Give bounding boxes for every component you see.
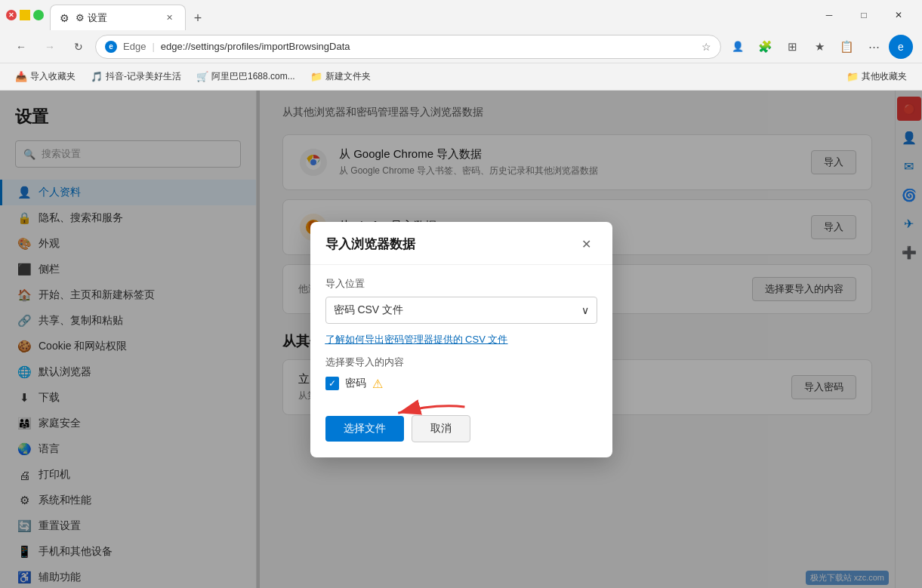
active-tab[interactable]: ⚙ ⚙ 设置 ✕ bbox=[50, 5, 186, 30]
addressbar: ← → ↻ e Edge | edge://settings/profiles/… bbox=[0, 30, 922, 63]
back-button[interactable]: ← bbox=[9, 35, 33, 59]
window-minimize-dot[interactable] bbox=[20, 10, 30, 20]
learn-link-underlined: 了解如何导出 bbox=[325, 334, 384, 345]
window-controls-left: ✕ bbox=[6, 10, 44, 20]
modal-footer: 选择文件 取消 bbox=[310, 415, 612, 457]
source-value: 密码 CSV 文件 bbox=[334, 303, 404, 317]
favorites-icon[interactable]: ★ bbox=[807, 35, 831, 59]
bookmark-import[interactable]: 📥 导入收藏夹 bbox=[9, 67, 82, 86]
bookmark-alibaba-label: 阿里巴巴1688.com... bbox=[211, 70, 295, 83]
bookmark-tiktok-icon: 🎵 bbox=[91, 71, 103, 82]
bookmarks-right: 📁 其他收藏夹 bbox=[840, 67, 913, 86]
address-separator: | bbox=[152, 41, 154, 52]
new-tab-button[interactable]: + bbox=[186, 6, 210, 30]
password-checkbox-label: 密码 bbox=[345, 377, 366, 390]
other-folders-label: 其他收藏夹 bbox=[862, 70, 907, 83]
window-buttons: ─ □ ✕ bbox=[812, 3, 916, 27]
close-button[interactable]: ✕ bbox=[881, 3, 916, 27]
password-checkbox[interactable]: ✓ bbox=[325, 377, 339, 390]
window-maximize-dot[interactable] bbox=[33, 10, 44, 20]
bookmark-tiktok[interactable]: 🎵 抖音-记录美好生活 bbox=[85, 67, 187, 86]
browser-view-icon[interactable]: ⊞ bbox=[780, 35, 804, 59]
bookmarks-bar: 📥 导入收藏夹 🎵 抖音-记录美好生活 🛒 阿里巴巴1688.com... 📁 … bbox=[0, 63, 922, 91]
maximize-button[interactable]: □ bbox=[846, 3, 881, 27]
more-menu-icon[interactable]: ⋯ bbox=[862, 35, 886, 59]
content-label: 选择要导入的内容 bbox=[325, 356, 597, 369]
edge-logo: e bbox=[105, 41, 117, 53]
modal-header: 导入浏览器数据 ✕ bbox=[310, 222, 612, 265]
profile-icon[interactable]: 👤 bbox=[726, 35, 750, 59]
minimize-button[interactable]: ─ bbox=[812, 3, 846, 27]
learn-link[interactable]: 了解如何导出密码管理器提供的 CSV 文件 bbox=[325, 333, 597, 346]
modal-title: 导入浏览器数据 bbox=[325, 236, 415, 253]
address-edge-label: Edge bbox=[123, 41, 146, 52]
main-area: 设置 🔍 搜索设置 👤 个人资料 🔒 隐私、搜索和服务 🎨 外观 ⬛ 侧栏 🏠 … bbox=[0, 91, 922, 588]
tab-close-button[interactable]: ✕ bbox=[162, 11, 176, 25]
learn-link-text: 了解如何导出密码管理器提供的 CSV 文件 bbox=[325, 334, 508, 345]
bookmark-other-folders[interactable]: 📁 其他收藏夹 bbox=[840, 67, 913, 86]
bookmark-new-folder-label: 新建文件夹 bbox=[325, 70, 371, 83]
bookmark-folder-icon: 📁 bbox=[310, 71, 322, 82]
address-box[interactable]: e Edge | edge://settings/profiles/import… bbox=[95, 35, 721, 59]
tab-title: ⚙ 设置 bbox=[76, 11, 156, 25]
source-label: 导入位置 bbox=[325, 277, 597, 291]
source-select[interactable]: 密码 CSV 文件 ∨ bbox=[325, 297, 597, 324]
refresh-button[interactable]: ↻ bbox=[66, 35, 91, 59]
modal-close-button[interactable]: ✕ bbox=[576, 234, 597, 255]
checkbox-row: ✓ 密码 ⚠ bbox=[325, 377, 597, 391]
learn-link-rest: 密码管理器提供的 CSV 文件 bbox=[384, 334, 508, 345]
import-modal: 导入浏览器数据 ✕ 导入位置 密码 CSV 文件 ∨ 了解如何导出密码管理器提供… bbox=[310, 222, 612, 457]
toolbar-icons: 👤 🧩 ⊞ ★ 📋 ⋯ e bbox=[726, 35, 913, 59]
bookmark-alibaba-icon: 🛒 bbox=[196, 71, 208, 82]
tab-bar: ⚙ ⚙ 设置 ✕ + bbox=[50, 0, 806, 30]
bookmark-alibaba[interactable]: 🛒 阿里巴巴1688.com... bbox=[190, 67, 301, 86]
collections-icon[interactable]: 📋 bbox=[834, 35, 859, 59]
extensions-icon[interactable]: 🧩 bbox=[753, 35, 777, 59]
titlebar: ✕ ⚙ ⚙ 设置 ✕ + ─ □ ✕ bbox=[0, 0, 922, 30]
bookmark-tiktok-label: 抖音-记录美好生活 bbox=[106, 70, 181, 83]
bookmark-import-icon: 📥 bbox=[15, 71, 27, 82]
dropdown-arrow-icon: ∨ bbox=[581, 304, 589, 316]
edge-copilot-button[interactable]: e bbox=[889, 35, 913, 59]
window-close-dot[interactable]: ✕ bbox=[6, 10, 17, 20]
modal-overlay[interactable]: 导入浏览器数据 ✕ 导入位置 密码 CSV 文件 ∨ 了解如何导出密码管理器提供… bbox=[0, 91, 922, 588]
other-folders-icon: 📁 bbox=[846, 71, 859, 82]
bookmark-import-label: 导入收藏夹 bbox=[30, 70, 76, 83]
tab-settings-icon: ⚙ bbox=[60, 12, 69, 24]
forward-button[interactable]: → bbox=[38, 35, 62, 59]
address-url: edge://settings/profiles/importBrowsingD… bbox=[161, 41, 695, 52]
address-star-icon[interactable]: ☆ bbox=[702, 41, 711, 53]
warning-icon: ⚠ bbox=[372, 377, 383, 391]
modal-body: 导入位置 密码 CSV 文件 ∨ 了解如何导出密码管理器提供的 CSV 文件 选… bbox=[310, 265, 612, 415]
bookmark-new-folder[interactable]: 📁 新建文件夹 bbox=[304, 67, 377, 86]
